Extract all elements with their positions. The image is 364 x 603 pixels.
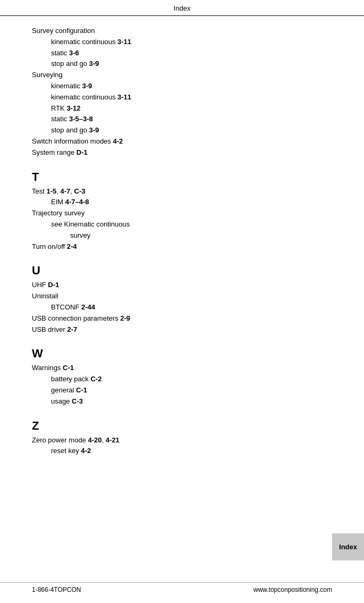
content: Survey configuration kinematic continuou… — [0, 16, 364, 500]
t-section: T Test 1-5, 4-7, C-3 EIM 4-7–4-8 Traject… — [32, 170, 332, 253]
w-section: W Warnings C-1 battery pack C-2 general … — [32, 347, 332, 407]
entry-survey-config: Survey configuration kinematic continuou… — [32, 26, 332, 70]
entry-warnings: Warnings C-1 battery pack C-2 general C-… — [32, 363, 332, 407]
entry-turn-onoff: Turn on/off 2-4 — [32, 241, 332, 253]
entry-zero-power: Zero power mode 4-20, 4-21 reset key 4-2 — [32, 435, 332, 457]
header-title: Index — [174, 4, 191, 12]
entry-surveying: Surveying kinematic 3-9 kinematic contin… — [32, 70, 332, 136]
z-section: Z Zero power mode 4-20, 4-21 reset key 4… — [32, 419, 332, 457]
w-letter: W — [32, 347, 332, 361]
entry-uhf: UHF D-1 — [32, 280, 332, 291]
entry-uninstall: Uninstall BTCONF 2-44 — [32, 291, 332, 313]
z-letter: Z — [32, 419, 332, 433]
page-footer: 1-866-4TOPCON www.topconpositioning.com — [0, 582, 364, 593]
index-tab: Index — [332, 533, 364, 560]
s-section: Survey configuration kinematic continuou… — [32, 26, 332, 158]
footer-right: www.topconpositioning.com — [253, 586, 332, 593]
entry-usb-driver: USB driver 2-7 — [32, 324, 332, 336]
entry-usb-connection: USB connection parameters 2-9 — [32, 313, 332, 324]
page-header: Index — [0, 0, 364, 16]
index-tab-label: Index — [339, 543, 357, 551]
u-letter: U — [32, 264, 332, 278]
entry-system-range: System range D-1 — [32, 147, 332, 158]
entry-trajectory: Trajectory survey see Kinematic continuo… — [32, 208, 332, 241]
u-section: U UHF D-1 Uninstall BTCONF 2-44 USB conn… — [32, 264, 332, 335]
entry-switch-info: Switch information modes 4-2 — [32, 136, 332, 147]
t-letter: T — [32, 170, 332, 184]
footer-left: 1-866-4TOPCON — [32, 586, 81, 593]
entry-test: Test 1-5, 4-7, C-3 EIM 4-7–4-8 — [32, 186, 332, 208]
